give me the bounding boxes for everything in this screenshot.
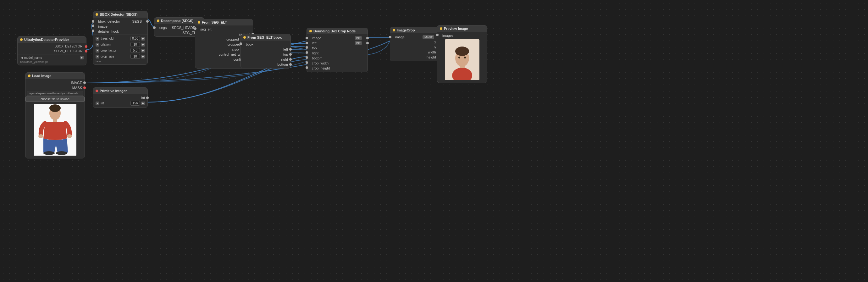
crop-factor-left-btn[interactable]: ◄ — [96, 49, 99, 53]
preview-image-svg — [445, 39, 479, 80]
node-bounding-box-crop-body: image INT left INT top right bottom — [307, 34, 368, 72]
upload-button[interactable]: choose file to upload — [26, 96, 85, 102]
node-primitive-integer-body: int ◄ int 156 ▶ — [93, 94, 148, 107]
preview-thumbnail-container — [437, 38, 487, 82]
port-left-in — [306, 42, 308, 44]
port-right-out — [289, 58, 292, 61]
node-preview-image: Preview Image images — [437, 25, 487, 83]
svg-point-12 — [67, 134, 72, 138]
port-crop-height-label: crop_height — [312, 66, 330, 70]
dilation-value: 10 — [130, 42, 140, 47]
node-bounding-box-crop-title: Bounding Box Crop Node — [313, 29, 355, 33]
node-from-seg-elt-title: From SEG_ELT — [202, 21, 227, 24]
param-crop-factor: ◄ crop_factor 5.0 ▶ — [93, 48, 148, 54]
param-int-value: ◄ int 156 ▶ — [93, 100, 148, 106]
image-tag: IMAGE — [423, 35, 434, 39]
node-from-seg-elt-bbox: From SEG_ELT bbox bbox left top right bo… — [241, 34, 291, 68]
segs-label: SEGS — [132, 20, 142, 23]
model-name-arrow[interactable]: ▶ — [80, 56, 84, 59]
svg-point-14 — [56, 151, 67, 155]
dilation-left-btn[interactable]: ◄ — [96, 43, 99, 46]
dilation-right-btn[interactable]: ▶ — [141, 43, 145, 46]
crop-factor-value: 5.0 — [130, 48, 140, 53]
svg-point-5 — [458, 57, 460, 59]
port-mask-out — [83, 87, 86, 89]
port-bottom-out — [289, 63, 292, 66]
port-bbox-detector-out: BBOX_DETECTOR — [18, 44, 86, 49]
node-bbox-detector-body: bbox_detector SEGS image detailer_hook ◄… — [93, 18, 148, 64]
separator — [18, 54, 86, 54]
port-int-out2 — [366, 42, 369, 44]
drop-size-right-btn[interactable]: ▶ — [141, 55, 145, 59]
int-left-btn[interactable]: ◄ — [96, 101, 99, 105]
node-status-dot — [20, 38, 23, 41]
port-dot-bbox-in — [92, 20, 94, 23]
filename-display[interactable]: ng-male-person-with-trendy-clothes-white… — [27, 91, 83, 96]
int-label: int — [101, 101, 129, 105]
port-right-label: right — [312, 51, 318, 55]
load-image-status-dot — [28, 74, 31, 77]
port-int-out — [146, 96, 149, 99]
port-bbox-detector-label: bbox_detector — [98, 20, 120, 23]
drop-size-value: 10 — [130, 54, 140, 59]
svg-point-4 — [455, 46, 469, 56]
svg-point-6 — [464, 57, 466, 59]
preview-status-dot — [440, 27, 442, 30]
node-image-crop-title: ImageCrop — [397, 28, 415, 32]
port-image-label2: image — [312, 36, 321, 40]
crop-factor-label: crop_factor — [101, 49, 129, 52]
node-ultralytics-body: BBOX_DETECTOR SEGM_DETECTOR ◄ model_name… — [18, 43, 86, 65]
port-left-label: left — [312, 41, 317, 45]
threshold-label: threshold — [101, 37, 129, 40]
node-preview-image-body: images — [437, 32, 487, 83]
from-seg-status-dot — [198, 21, 200, 24]
model-name-value: bbox/face_yolov8m.pt — [18, 60, 86, 64]
port-left-out — [289, 48, 292, 51]
node-bounding-box-crop: Bounding Box Crop Node image INT left IN… — [307, 28, 368, 72]
port-detailer-hook-label: detailer_hook — [98, 30, 119, 33]
node-from-seg-elt-bbox-title: From SEG_ELT bbox — [247, 35, 282, 39]
port-image-in3 — [389, 36, 392, 38]
int-value: 156 — [130, 101, 140, 106]
node-ultralytics-header: UltralyticsDetectorProvider — [18, 36, 86, 43]
node-from-seg-elt-bbox-body: bbox left top right bottom — [241, 40, 290, 68]
param-dilation: ◄ dilation 10 ▶ — [93, 41, 148, 48]
port-int-out1 — [366, 37, 369, 39]
node-load-image-header: Load Image — [26, 73, 85, 79]
param-threshold: ◄ threshold 0.50 ▶ — [93, 35, 148, 41]
crop-factor-right-btn[interactable]: ▶ — [141, 49, 145, 53]
node-image-crop-header: ImageCrop — [390, 27, 440, 33]
port-image-in2 — [306, 37, 308, 39]
load-image-thumbnail-container — [26, 102, 85, 157]
svg-point-11 — [38, 134, 43, 138]
port-image-in — [92, 25, 94, 27]
primitive-status-dot — [96, 90, 98, 92]
node-load-image-body: IMAGE MASK ng-male-person-with-trendy-cl… — [26, 79, 85, 158]
port-crop-height-in — [306, 66, 308, 69]
bbox-crop-status-dot — [309, 30, 312, 32]
svg-point-13 — [43, 151, 55, 155]
node-canvas: UltralyticsDetectorProvider BBOX_DETECTO… — [0, 0, 868, 282]
threshold-left-btn[interactable]: ◄ — [96, 37, 99, 40]
port-seg-elt-label: seg_elt — [200, 27, 211, 31]
int-tag-2: INT — [355, 41, 362, 45]
port-top-out — [289, 53, 292, 56]
threshold-right-btn[interactable]: ▶ — [141, 37, 145, 40]
port-segs-label: segs — [159, 26, 166, 30]
port-detailer-hook-in — [92, 30, 94, 32]
int-right-btn[interactable]: ▶ — [141, 101, 145, 105]
node-load-image-title: Load Image — [32, 74, 51, 77]
node-ultralytics: UltralyticsDetectorProvider BBOX_DETECTO… — [17, 36, 87, 65]
port-bbox-in2 — [240, 42, 242, 45]
node-from-seg-elt-header: From SEG_ELT — [195, 19, 253, 26]
port-image-label3: image — [395, 35, 405, 39]
node-image-crop: ImageCrop image IMAGE x y width height — [390, 27, 440, 61]
bbox-status-dot — [96, 13, 98, 16]
port-segs-in — [153, 26, 156, 29]
drop-size-left-btn[interactable]: ◄ — [96, 55, 99, 59]
port-dot-segm-detector — [85, 50, 87, 53]
node-bounding-box-crop-header: Bounding Box Crop Node — [307, 28, 368, 34]
node-bbox-detector-title: BBOX Detector (SEGS) — [100, 12, 137, 17]
int-tag-1: INT — [355, 36, 362, 40]
node-image-crop-body: image IMAGE x y width height — [390, 33, 440, 61]
